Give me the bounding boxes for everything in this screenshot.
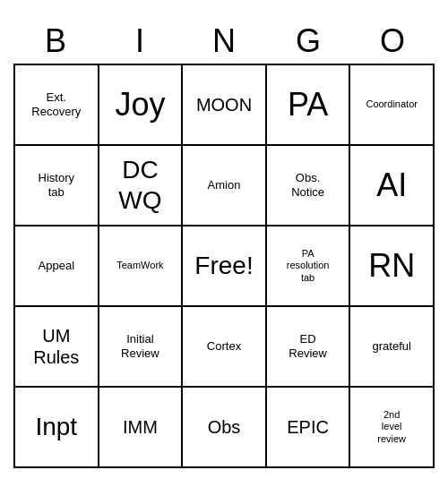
cell-content: Inpt	[35, 412, 77, 442]
bingo-cell-r2-c2: Free!	[183, 226, 267, 307]
bingo-cell-r0-c4: Coordinator	[350, 65, 435, 146]
bingo-cell-r2-c0: Appeal	[15, 226, 99, 307]
bingo-cell-r0-c0: Ext. Recovery	[15, 65, 99, 146]
cell-content: Joy	[115, 85, 165, 124]
bingo-cell-r0-c2: MOON	[183, 65, 267, 146]
bingo-cell-r4-c1: IMM	[99, 388, 184, 468]
cell-content: Coordinator	[366, 98, 417, 110]
cell-content: 2nd level review	[377, 409, 406, 445]
cell-content: Obs	[208, 416, 241, 438]
bingo-cell-r4-c4: 2nd level review	[350, 388, 435, 468]
cell-content: Amion	[208, 178, 241, 192]
cell-content: PA resolution tab	[287, 248, 330, 284]
cell-content: DC WQ	[118, 155, 161, 215]
cell-content: Initial Review	[121, 332, 159, 360]
bingo-cell-r0-c1: Joy	[99, 65, 184, 146]
bingo-cell-r3-c2: Cortex	[183, 307, 267, 388]
cell-content: IMM	[123, 416, 158, 438]
bingo-cell-r1-c2: Amion	[183, 146, 267, 226]
bingo-cell-r3-c4: grateful	[350, 307, 435, 388]
bingo-cell-r4-c0: Inpt	[15, 388, 99, 468]
bingo-cell-r2-c3: PA resolution tab	[267, 226, 351, 307]
cell-content: PA	[288, 85, 328, 124]
cell-content: RN	[368, 246, 415, 285]
bingo-cell-r1-c0: History tab	[15, 146, 99, 226]
cell-content: EPIC	[287, 416, 329, 438]
header-letter: N	[182, 19, 266, 64]
header-letter: G	[266, 19, 350, 64]
header-letter: B	[13, 19, 98, 64]
bingo-cell-r2-c1: TeamWork	[99, 226, 184, 307]
bingo-card: BINGO Ext. RecoveryJoyMOONPACoordinatorH…	[13, 19, 435, 468]
bingo-cell-r1-c1: DC WQ	[99, 146, 184, 226]
cell-content: UM Rules	[33, 325, 79, 368]
cell-content: grateful	[373, 339, 411, 354]
header-letter: I	[98, 19, 182, 64]
cell-content: ED Review	[289, 332, 327, 360]
cell-content: MOON	[196, 94, 252, 115]
bingo-cell-r1-c3: Obs. Notice	[267, 146, 351, 226]
bingo-cell-r1-c4: AI	[350, 146, 435, 226]
cell-content: Appeal	[39, 259, 74, 273]
bingo-grid: Ext. RecoveryJoyMOONPACoordinatorHistory…	[13, 64, 435, 468]
bingo-cell-r0-c3: PA	[267, 65, 351, 146]
cell-content: Obs. Notice	[291, 171, 324, 199]
bingo-cell-r3-c3: ED Review	[267, 307, 351, 388]
header-letter: O	[350, 19, 435, 64]
cell-content: AI	[376, 166, 407, 204]
bingo-cell-r2-c4: RN	[350, 226, 435, 307]
bingo-header: BINGO	[13, 19, 435, 64]
bingo-cell-r3-c1: Initial Review	[99, 307, 184, 388]
cell-content: Free!	[194, 251, 253, 281]
cell-content: TeamWork	[116, 260, 163, 271]
cell-content: Cortex	[207, 339, 241, 354]
cell-content: History tab	[39, 171, 74, 199]
bingo-cell-r4-c2: Obs	[183, 388, 267, 468]
bingo-cell-r3-c0: UM Rules	[15, 307, 99, 388]
cell-content: Ext. Recovery	[31, 90, 81, 118]
bingo-cell-r4-c3: EPIC	[267, 388, 351, 468]
